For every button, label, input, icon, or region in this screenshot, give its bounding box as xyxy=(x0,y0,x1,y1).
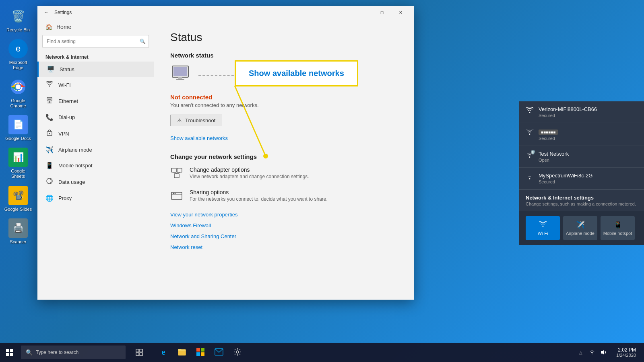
sidebar-hotspot-label: Mobile hotspot xyxy=(58,162,93,169)
sidebar-airplane-label: Airplane mode xyxy=(58,147,92,153)
search-input[interactable] xyxy=(42,35,149,48)
title-bar-left: ← Settings xyxy=(41,8,354,17)
svg-rect-32 xyxy=(6,353,9,356)
sharing-options-title[interactable]: Sharing options xyxy=(190,189,328,195)
sidebar-item-ethernet[interactable]: Ethernet xyxy=(37,93,154,109)
sidebar-ethernet-label: Ethernet xyxy=(58,98,78,104)
taskbar-app-store[interactable] xyxy=(192,343,209,361)
back-button[interactable]: ← xyxy=(41,8,51,17)
sidebar-item-wifi[interactable]: Wi-Fi xyxy=(37,77,154,93)
svg-point-3 xyxy=(16,84,21,89)
spectrum-network-security: Secured xyxy=(539,179,592,184)
docs-icon: 📄 xyxy=(8,115,28,134)
taskbar-clock[interactable]: 2:02 PM 1/24/2020 xyxy=(611,347,641,358)
sharing-options-text: Sharing options For the networks you con… xyxy=(190,189,328,202)
taskbar-search-icon: 🔍 xyxy=(26,349,33,356)
adapter-options-text: Change adapter options View network adap… xyxy=(190,167,309,179)
taskbar-app-edge[interactable]: e xyxy=(155,343,172,361)
vpn-nav-icon xyxy=(45,129,54,138)
show-networks-link[interactable]: Show available networks xyxy=(170,135,228,141)
docs-label: Google Docs xyxy=(5,136,31,141)
edge-label: Microsoft Edge xyxy=(4,60,33,70)
sidebar-item-datausage[interactable]: Data usage xyxy=(37,173,154,190)
airplane-nav-icon: ✈️ xyxy=(45,146,54,154)
desktop-icon-scanner[interactable]: 🖨️ Scanner xyxy=(2,216,34,247)
dialup-nav-icon: 📞 xyxy=(45,113,54,121)
proxy-nav-icon: 🌐 xyxy=(45,194,54,202)
svg-rect-30 xyxy=(6,349,9,352)
desktop-icon-edge[interactable]: e Microsoft Edge xyxy=(2,37,34,73)
task-view-button[interactable] xyxy=(130,343,148,361)
desktop-icon-docs[interactable]: 📄 Google Docs xyxy=(2,113,34,144)
taskbar-search-placeholder: Type here to search xyxy=(36,350,78,355)
sidebar-item-status[interactable]: 🖥️ Status xyxy=(37,62,154,77)
svg-point-44 xyxy=(236,351,239,353)
wifi-quick-wifi-button[interactable]: Wi-Fi xyxy=(526,216,560,240)
adapter-options-desc: View network adapters and change connect… xyxy=(190,174,309,179)
clock-time: 2:02 PM xyxy=(618,347,636,353)
wifi-network-verizon[interactable]: Verizon-MiFi8800L-CB66 Secured xyxy=(519,101,644,123)
chrome-icon xyxy=(8,77,28,97)
testnet-network-name: Test Network xyxy=(539,151,569,157)
sidebar-item-dialup[interactable]: 📞 Dial-up xyxy=(37,109,154,125)
wifi-network-spectrum[interactable]: MySpectrumWiFi8c-2G Secured xyxy=(519,168,644,189)
maximize-button[interactable]: □ xyxy=(373,6,391,19)
tray-expand-icon[interactable]: △ xyxy=(576,348,586,357)
taskbar-pinned-apps: e xyxy=(155,343,573,361)
desktop-icon-recycle-bin[interactable]: 🗑️ Recycle Bin xyxy=(2,4,34,35)
desktop-icon-slides[interactable]: 📽️ Google Slides xyxy=(2,183,34,214)
not-connected-description: You aren't connected to any networks. xyxy=(170,102,398,108)
taskbar-app-file-explorer[interactable] xyxy=(173,343,191,361)
minimize-button[interactable]: — xyxy=(354,6,373,19)
unknown1-network-badge: ■■■■■■ xyxy=(539,128,558,135)
sidebar-item-airplane[interactable]: ✈️ Airplane mode xyxy=(37,142,154,158)
svg-point-11 xyxy=(49,133,50,134)
svg-rect-40 xyxy=(201,348,204,352)
settings-sidebar: 🏠 Home 🔍 Network & Internet 🖥️ Status xyxy=(37,19,154,300)
show-desktop-button[interactable] xyxy=(641,343,644,362)
home-nav-item[interactable]: 🏠 Home xyxy=(37,19,154,35)
taskbar-app-mail[interactable] xyxy=(210,343,228,361)
svg-point-27 xyxy=(175,193,176,194)
network-status-section-title: Network status xyxy=(170,52,398,59)
wifi-panel-footer: Network & Internet settings Change setti… xyxy=(519,189,644,211)
sharing-options-icon xyxy=(170,190,183,204)
desktop: 🗑️ Recycle Bin e Microsoft Edge Google C… xyxy=(0,0,644,362)
desktop-icons-area: 🗑️ Recycle Bin e Microsoft Edge Google C… xyxy=(0,0,36,342)
network-reset-link[interactable]: Network reset xyxy=(170,244,398,250)
troubleshoot-warning-icon: ⚠ xyxy=(177,117,182,123)
not-connected-status: Not connected xyxy=(170,94,398,101)
svg-rect-42 xyxy=(201,352,204,356)
search-icon: 🔍 xyxy=(140,39,146,44)
windows-firewall-link[interactable]: Windows Firewall xyxy=(170,222,398,228)
tray-wifi-icon[interactable] xyxy=(587,348,597,357)
taskbar-app-settings[interactable] xyxy=(229,343,246,361)
wifi-quick-airplane-button[interactable]: ✈️ Airplane mode xyxy=(563,216,597,240)
ethernet-nav-icon xyxy=(45,97,54,105)
desktop-icon-chrome[interactable]: Google Chrome xyxy=(2,75,34,111)
wifi-network-unknown1[interactable]: ■■■■■■ Secured xyxy=(519,123,644,146)
wifi-quick-mobile-label: Mobile hotspot xyxy=(603,231,632,236)
edge-icon: e xyxy=(8,39,28,58)
tray-volume-icon[interactable] xyxy=(599,348,608,357)
troubleshoot-button[interactable]: ⚠ Troubleshoot xyxy=(170,115,222,126)
sidebar-item-vpn[interactable]: VPN xyxy=(37,125,154,142)
close-button[interactable]: ✕ xyxy=(391,6,410,19)
wifi-network-test[interactable]: 🛡️ Test Network Open xyxy=(519,146,644,168)
scanner-icon: 🖨️ xyxy=(8,218,28,238)
wifi-nav-icon xyxy=(45,81,54,88)
svg-rect-18 xyxy=(177,168,182,172)
network-sharing-center-link[interactable]: Network and Sharing Center xyxy=(170,233,398,239)
desktop-icon-sheets[interactable]: 📊 Google Sheets xyxy=(2,145,34,181)
sharing-options-item: Sharing options For the networks you con… xyxy=(170,189,398,204)
view-network-properties-link[interactable]: View your network properties xyxy=(170,212,398,218)
wifi-quick-mobile-button[interactable]: 📱 Mobile hotspot xyxy=(601,216,635,240)
wifi-quick-actions: Wi-Fi ✈️ Airplane mode 📱 Mobile hotspot xyxy=(519,211,644,245)
adapter-options-title[interactable]: Change adapter options xyxy=(190,167,309,173)
start-button[interactable] xyxy=(0,343,19,362)
taskbar-search-box[interactable]: 🔍 Type here to search xyxy=(21,346,126,359)
sidebar-item-hotspot[interactable]: 📱 Mobile hotspot xyxy=(37,158,154,173)
taskbar-middle-buttons xyxy=(130,343,148,361)
sidebar-item-proxy[interactable]: 🌐 Proxy xyxy=(37,190,154,206)
status-nav-icon: 🖥️ xyxy=(47,66,55,73)
